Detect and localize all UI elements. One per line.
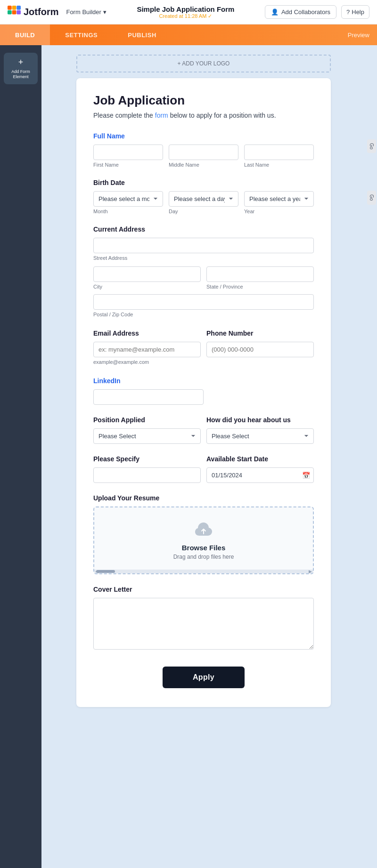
position-col: Position Applied Please Select xyxy=(93,416,201,444)
email-col: Email Address example@example.com xyxy=(93,330,201,366)
state-input[interactable] xyxy=(206,266,314,282)
tab-bar-left: BUILD SETTINGS PUBLISH xyxy=(0,24,172,45)
day-select[interactable]: Please select a day xyxy=(169,191,238,207)
address-section: Current Address Street Address City Stat… xyxy=(93,225,314,318)
form-title: Simple Job Application Form xyxy=(114,5,257,13)
email-label: Email Address xyxy=(93,330,201,337)
form-card: Job Application Please complete the form… xyxy=(76,78,331,707)
full-name-section: Full Name First Name Middle Name Last Na… xyxy=(93,132,314,168)
position-select[interactable]: Please Select xyxy=(93,428,201,444)
scroll-right-icon: ▶ xyxy=(309,569,312,574)
position-how-row: Position Applied Please Select How did y… xyxy=(93,416,314,444)
upload-scrollbar: ◀ ▶ xyxy=(94,570,313,573)
cover-letter-section: Cover Letter xyxy=(93,586,314,651)
upload-area[interactable]: Browse Files Drag and drop files here ◀ … xyxy=(93,506,314,574)
phone-label: Phone Number xyxy=(206,330,314,337)
specify-label: Please Specify xyxy=(93,455,201,463)
middle-name-label: Middle Name xyxy=(169,162,238,168)
svg-rect-0 xyxy=(8,6,12,10)
phone-input[interactable] xyxy=(206,342,314,357)
svg-rect-4 xyxy=(12,10,16,14)
main-area: + Add Form Element + ADD YOUR LOGO Job A… xyxy=(0,45,377,868)
logo-banner[interactable]: + ADD YOUR LOGO xyxy=(76,55,331,72)
email-input[interactable] xyxy=(93,342,201,357)
form-link[interactable]: form xyxy=(155,112,168,119)
how-hear-select[interactable]: Please Select xyxy=(206,428,314,444)
birth-date-section: Birth Date Please select a month Month P… xyxy=(93,179,314,214)
nav-actions: 👤 Add Collaborators ? Help xyxy=(265,5,369,19)
email-phone-row: Email Address example@example.com Phone … xyxy=(93,330,314,366)
tab-preview[interactable]: Preview xyxy=(348,32,369,39)
linkedin-label: LinkedIn xyxy=(93,377,314,385)
month-col: Please select a month Month xyxy=(93,191,163,214)
zip-field: Postal / Zip Code xyxy=(93,294,314,318)
specify-startdate-row: Please Specify Available Start Date 📅 xyxy=(93,455,314,483)
day-label: Day xyxy=(169,209,238,214)
how-hear-label: How did you hear about us xyxy=(206,416,314,424)
month-label: Month xyxy=(93,209,163,214)
upload-sub: Drag and drop files here xyxy=(104,554,303,560)
street-input[interactable] xyxy=(93,238,314,253)
add-form-element-button[interactable]: + Add Form Element xyxy=(4,53,38,84)
plus-icon: + xyxy=(18,57,24,67)
form-builder-button[interactable]: Form Builder ▾ xyxy=(66,8,106,16)
tab-settings[interactable]: SETTINGS xyxy=(50,24,113,45)
state-col: State / Province xyxy=(206,266,314,289)
zip-label: Postal / Zip Code xyxy=(93,312,133,317)
scroll-left-icon: ◀ xyxy=(95,569,98,574)
startdate-input[interactable] xyxy=(206,467,314,483)
tab-build[interactable]: BUILD xyxy=(0,24,50,45)
svg-rect-5 xyxy=(16,10,21,14)
year-label: Year xyxy=(244,209,314,214)
scrollbar-thumb xyxy=(96,570,115,573)
startdate-label: Available Start Date xyxy=(206,455,314,463)
upload-label: Upload Your Resume xyxy=(93,494,314,502)
last-name-input[interactable] xyxy=(244,145,314,160)
how-hear-col: How did you hear about us Please Select xyxy=(206,416,314,444)
middle-name-col: Middle Name xyxy=(169,145,238,168)
tab-publish[interactable]: PUBLISH xyxy=(113,24,172,45)
form-main-title: Job Application xyxy=(93,93,314,108)
svg-rect-2 xyxy=(16,6,21,10)
position-section: Position Applied Please Select How did y… xyxy=(93,416,314,444)
city-col: City xyxy=(93,266,201,289)
linkedin-input[interactable] xyxy=(93,389,204,405)
tab-bar: BUILD SETTINGS PUBLISH Preview xyxy=(0,24,377,45)
street-sub-label: Street Address xyxy=(93,255,127,261)
content-area: + ADD YOUR LOGO Job Application Please c… xyxy=(41,45,366,868)
first-name-input[interactable] xyxy=(93,145,163,160)
cover-letter-textarea[interactable] xyxy=(93,598,314,650)
specify-input[interactable] xyxy=(93,467,201,483)
email-hint: example@example.com xyxy=(93,359,149,365)
full-name-label: Full Name xyxy=(93,132,314,140)
month-select[interactable]: Please select a month xyxy=(93,191,163,207)
add-collaborators-button[interactable]: 👤 Add Collaborators xyxy=(265,5,336,19)
day-col: Please select a day Day xyxy=(169,191,238,214)
logo-text: Jotform xyxy=(24,7,58,17)
scroll-tab-2[interactable]: Go xyxy=(367,191,376,204)
position-label: Position Applied xyxy=(93,416,201,424)
linkedin-section: LinkedIn xyxy=(93,377,314,405)
name-fields-row: First Name Middle Name Last Name xyxy=(93,145,314,168)
logo-area: Jotform xyxy=(8,6,58,19)
birth-date-label: Birth Date xyxy=(93,179,314,186)
right-panel: Go Go xyxy=(366,45,377,868)
form-subtitle: Created at 11:28 AM ✓ xyxy=(114,13,257,19)
zip-input[interactable] xyxy=(93,294,314,310)
specify-col: Please Specify xyxy=(93,455,201,483)
state-label: State / Province xyxy=(206,284,314,289)
last-name-label: Last Name xyxy=(244,162,314,168)
city-input[interactable] xyxy=(93,266,201,282)
upload-section: Upload Your Resume Browse Files Drag and… xyxy=(93,494,314,574)
middle-name-input[interactable] xyxy=(169,145,238,160)
startdate-wrapper: 📅 xyxy=(206,467,314,483)
cover-letter-label: Cover Letter xyxy=(93,586,314,593)
scroll-tab-1[interactable]: Go xyxy=(367,139,376,153)
phone-col: Phone Number xyxy=(206,330,314,366)
first-name-label: First Name xyxy=(93,162,163,168)
year-select[interactable]: Please select a year xyxy=(244,191,314,207)
svg-rect-1 xyxy=(12,6,16,10)
apply-button[interactable]: Apply xyxy=(163,667,245,688)
help-button[interactable]: ? Help xyxy=(341,5,369,19)
first-name-col: First Name xyxy=(93,145,163,168)
